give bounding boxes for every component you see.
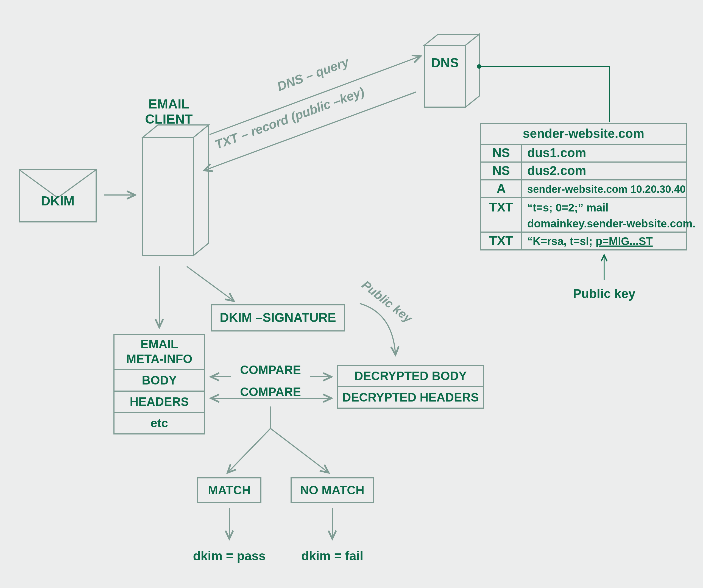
txt-record-label: TXT – record (public –key)	[213, 84, 366, 152]
compare-label-1: COMPARE	[240, 363, 301, 376]
dns-row-type: TXT	[489, 233, 513, 248]
dns-row-value: domainkey.sender-website.com.	[527, 218, 696, 230]
svg-text:NO MATCH: NO MATCH	[300, 484, 365, 497]
dns-row-value: “K=rsa, t=sl; p=MIG...ST	[527, 235, 653, 247]
dns-query-label: DNS – query	[275, 54, 351, 94]
dns-box: DNS	[424, 34, 479, 107]
svg-text:MATCH: MATCH	[208, 484, 251, 497]
dns-row-value: dus2.com	[527, 163, 586, 178]
public-key-curve-label: Public key	[360, 278, 415, 325]
arrow-to-nomatch	[270, 428, 328, 472]
dns-box-label: DNS	[431, 56, 459, 70]
svg-marker-6	[465, 34, 479, 107]
svg-text:META-INFO: META-INFO	[126, 352, 192, 366]
dns-row-value: dus1.com	[527, 146, 586, 160]
svg-rect-1	[143, 137, 193, 255]
envelope-label: DKIM	[41, 194, 75, 208]
dns-row-type: NS	[492, 163, 510, 178]
email-client-box: EMAIL CLIENT	[143, 97, 209, 255]
svg-text:HEADERS: HEADERS	[130, 395, 189, 409]
svg-text:EMAIL: EMAIL	[141, 337, 178, 351]
result-pass: dkim = pass	[193, 549, 266, 563]
match-box: MATCH	[198, 478, 261, 503]
svg-text:DECRYPTED HEADERS: DECRYPTED HEADERS	[342, 390, 479, 404]
dns-row-value: “t=s; 0=2;” mail	[527, 202, 609, 214]
compare-label-2: COMPARE	[240, 385, 301, 398]
dns-row-value: sender-website.com 10.20.30.40	[527, 183, 686, 195]
email-client-label-1: EMAIL	[148, 97, 189, 111]
arrow-client-to-signature	[187, 267, 233, 301]
dkim-signature-box: DKIM –SIGNATURE	[212, 305, 344, 331]
dns-connector	[479, 66, 610, 122]
dns-row-type: A	[496, 181, 505, 196]
email-client-label-2: CLIENT	[145, 112, 192, 126]
svg-text:etc: etc	[151, 416, 168, 430]
dns-table-header: sender-website.com	[523, 126, 644, 141]
nomatch-box: NO MATCH	[291, 478, 374, 503]
svg-text:DECRYPTED BODY: DECRYPTED BODY	[354, 369, 467, 383]
email-meta-table: EMAIL META-INFO BODY HEADERS etc	[114, 335, 205, 434]
svg-marker-3	[193, 125, 209, 255]
dns-row-type: NS	[492, 146, 510, 160]
dns-row-type: TXT	[489, 200, 513, 214]
envelope-icon: DKIM	[19, 170, 96, 222]
arrow-to-match	[228, 428, 270, 472]
dkim-signature-label: DKIM –SIGNATURE	[220, 310, 336, 324]
svg-text:BODY: BODY	[142, 373, 176, 387]
public-key-label-bottom: Public key	[573, 286, 635, 301]
decrypted-table: DECRYPTED BODY DECRYPTED HEADERS	[338, 365, 483, 408]
svg-rect-4	[424, 45, 465, 107]
result-fail: dkim = fail	[301, 549, 363, 563]
dns-table: sender-website.com NS dus1.com NS dus2.c…	[481, 124, 696, 250]
